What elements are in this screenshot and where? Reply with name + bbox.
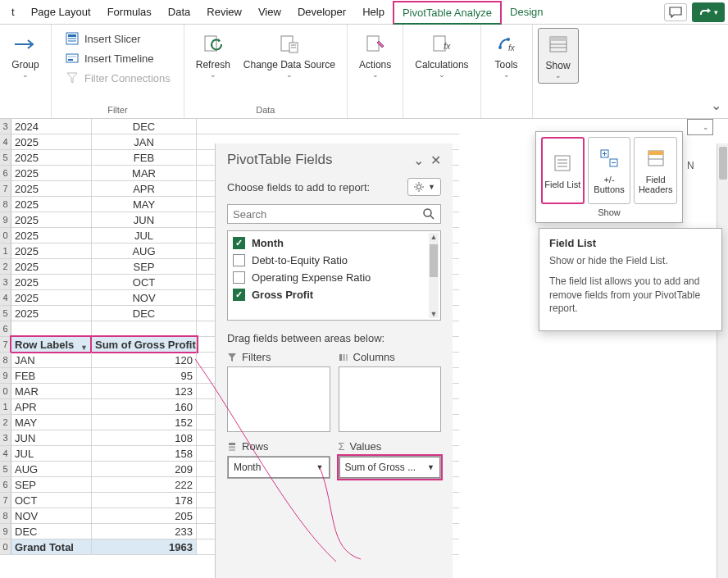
- pivot-row-label[interactable]: JUL: [11, 446, 92, 461]
- cell[interactable]: APR: [92, 181, 197, 196]
- cell[interactable]: JAN: [92, 134, 197, 149]
- cell[interactable]: 2025: [11, 306, 92, 321]
- tab-pivottable-analyze[interactable]: PivotTable Analyze: [393, 1, 502, 25]
- pivot-value[interactable]: 233: [92, 524, 197, 539]
- rows-chip-month[interactable]: Month▼: [228, 457, 330, 478]
- filters-area[interactable]: [227, 366, 330, 432]
- field-search-box[interactable]: [227, 204, 441, 224]
- tools-button[interactable]: fx Tools ⌄: [486, 28, 527, 82]
- row-header[interactable]: 7: [0, 181, 11, 196]
- checkbox-icon[interactable]: ✓: [233, 237, 245, 249]
- row-header[interactable]: 8: [0, 508, 11, 523]
- row-header[interactable]: 1: [0, 243, 11, 258]
- row-header[interactable]: 3: [0, 430, 11, 445]
- row-header[interactable]: 5: [0, 306, 11, 321]
- cell[interactable]: 2025: [11, 150, 92, 165]
- pivot-row-label[interactable]: DEC: [11, 524, 92, 539]
- cell[interactable]: FEB: [92, 150, 197, 165]
- tab-data[interactable]: Data: [160, 2, 198, 22]
- pivot-value[interactable]: 152: [92, 415, 197, 430]
- tab-developer[interactable]: Developer: [289, 2, 354, 22]
- values-chip-gross-profit[interactable]: Sum of Gross ...▼: [339, 457, 441, 478]
- insert-slicer-button[interactable]: Insert Slicer: [61, 30, 144, 48]
- pivot-value[interactable]: 160: [92, 399, 197, 414]
- row-header[interactable]: 7: [0, 337, 11, 352]
- cell[interactable]: 2025: [11, 197, 92, 212]
- pivot-value[interactable]: 178: [92, 493, 197, 507]
- pivot-values-header[interactable]: Sum of Gross Profit: [92, 337, 197, 352]
- row-header[interactable]: 5: [0, 462, 11, 476]
- pivot-value[interactable]: 108: [92, 430, 197, 445]
- cell[interactable]: 2025: [11, 243, 92, 258]
- tab-help[interactable]: Help: [354, 2, 393, 22]
- row-header[interactable]: 6: [0, 166, 11, 180]
- column-header-dropdown[interactable]: ⌄: [687, 119, 713, 135]
- ribbon-collapse-button[interactable]: ⌄: [711, 98, 721, 113]
- tab-formulas[interactable]: Formulas: [99, 2, 160, 22]
- field-item[interactable]: Operating Expense Ratio: [233, 269, 435, 286]
- field-item[interactable]: ✓Gross Profit: [233, 286, 435, 303]
- cell[interactable]: MAY: [92, 197, 197, 212]
- checkbox-icon[interactable]: [233, 271, 245, 284]
- row-header[interactable]: 7: [0, 493, 11, 507]
- pivot-row-label[interactable]: MAR: [11, 384, 92, 398]
- cell[interactable]: JUL: [92, 228, 197, 243]
- comments-button[interactable]: [664, 3, 687, 21]
- cell[interactable]: 2025: [11, 212, 92, 227]
- row-header[interactable]: 4: [0, 290, 11, 305]
- cell[interactable]: DEC: [92, 306, 197, 321]
- row-header[interactable]: 6: [0, 477, 11, 492]
- pivot-row-label[interactable]: AUG: [11, 462, 92, 476]
- field-headers-toggle[interactable]: Field Headers: [634, 137, 677, 204]
- cell[interactable]: [11, 321, 92, 336]
- close-pane-icon[interactable]: ✕: [430, 152, 441, 168]
- show-button[interactable]: Show ⌄: [538, 28, 579, 84]
- row-header[interactable]: 0: [0, 228, 11, 243]
- row-header[interactable]: 2: [0, 415, 11, 430]
- field-item[interactable]: Debt-to-Equity Ratio: [233, 252, 435, 269]
- share-button[interactable]: ▾: [692, 2, 725, 22]
- row-header[interactable]: 9: [0, 368, 11, 383]
- insert-timeline-button[interactable]: Insert Timeline: [61, 49, 157, 67]
- pivot-value[interactable]: 222: [92, 477, 197, 492]
- cell[interactable]: 2025: [11, 134, 92, 149]
- columns-area[interactable]: [339, 366, 442, 432]
- cell[interactable]: AUG: [92, 243, 197, 258]
- cell[interactable]: 2025: [11, 290, 92, 305]
- cell[interactable]: 2025: [11, 166, 92, 180]
- row-header[interactable]: 8: [0, 197, 11, 212]
- cell[interactable]: DEC: [92, 119, 197, 134]
- cell[interactable]: 2025: [11, 181, 92, 196]
- pivot-row-labels-header[interactable]: Row Labels▼: [11, 337, 92, 352]
- field-item[interactable]: ✓Month: [233, 234, 435, 252]
- row-header[interactable]: 0: [0, 384, 11, 398]
- cell[interactable]: MAR: [92, 166, 197, 180]
- row-header[interactable]: 5: [0, 150, 11, 165]
- tab-page-layout[interactable]: Page Layout: [23, 2, 99, 22]
- cell[interactable]: NOV: [92, 290, 197, 305]
- checkbox-icon[interactable]: [233, 254, 245, 266]
- cell[interactable]: 2025: [11, 228, 92, 243]
- refresh-button[interactable]: Refresh ⌄: [189, 28, 237, 82]
- row-header[interactable]: 1: [0, 399, 11, 414]
- tab-design[interactable]: Design: [502, 2, 551, 22]
- field-list[interactable]: ✓MonthDebt-to-Equity RatioOperating Expe…: [227, 230, 441, 321]
- pivot-value[interactable]: 95: [92, 368, 197, 383]
- row-header[interactable]: 6: [0, 321, 11, 336]
- pivot-row-label[interactable]: JAN: [11, 353, 92, 367]
- pivot-row-label[interactable]: SEP: [11, 477, 92, 492]
- cell[interactable]: 2025: [11, 275, 92, 289]
- row-header[interactable]: 3: [0, 119, 11, 134]
- pivot-value[interactable]: 120: [92, 353, 197, 367]
- pivot-row-label[interactable]: OCT: [11, 493, 92, 507]
- cell[interactable]: JUN: [92, 212, 197, 227]
- vertical-scrollbar[interactable]: [717, 143, 728, 578]
- cell[interactable]: SEP: [92, 259, 197, 274]
- calculations-button[interactable]: fx Calculations ⌄: [408, 28, 475, 82]
- rows-area[interactable]: Month▼: [227, 456, 330, 479]
- pivot-row-label[interactable]: APR: [11, 399, 92, 414]
- pivot-row-label[interactable]: MAY: [11, 415, 92, 430]
- row-header[interactable]: 4: [0, 134, 11, 149]
- row-header[interactable]: 2: [0, 259, 11, 274]
- pivot-value[interactable]: 158: [92, 446, 197, 461]
